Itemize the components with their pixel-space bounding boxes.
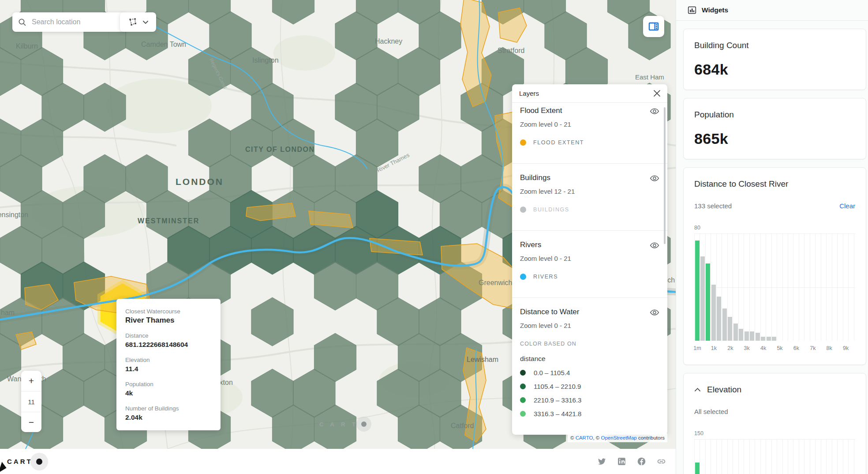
attribution-text: , © [593,435,601,440]
layers-panel-title: Layers [519,90,539,97]
widget-title: Elevation [707,385,741,395]
scale-range-label: 0.0 – 1105.4 [534,369,570,376]
osm-attribution-link[interactable]: OpenStreetMap [601,435,637,440]
layer-legend-row: FLOOD EXTENT [520,139,659,146]
histogram-bar[interactable] [761,337,765,341]
eye-icon[interactable] [650,308,659,317]
widgets-header: Widgets [676,0,868,21]
sidebar-title: Widgets [702,6,728,14]
scale-color-dot [520,397,526,403]
facebook-icon[interactable] [637,457,646,466]
clear-selection-link[interactable]: Clear [839,202,855,210]
park-area [273,35,335,71]
legend-label: RIVERS [533,274,558,280]
zoom-control: + 11 − [21,371,41,432]
y-axis-max-label: 80 [694,225,855,231]
x-tick-label: 8k [827,345,832,351]
color-based-on-label: COLOR BASED ON [520,341,659,347]
tooltip-row: Elevation11.4 [125,356,212,374]
legend-color-dot [520,207,526,213]
color-scale-row: 0.0 – 1105.4 [520,369,659,376]
selection-count: All selected [694,408,728,415]
map-canvas[interactable]: KilburnCamden TownIslingtonHackneyStratf… [0,0,676,474]
panel-scrollbar[interactable] [664,107,666,244]
linkedin-icon[interactable] [617,457,626,466]
zoom-in-button[interactable]: + [21,371,41,391]
toggle-side-panel-button[interactable] [643,16,664,37]
eye-icon[interactable] [650,106,659,116]
carto-logo-dot-halo [30,453,48,470]
histogram-bar[interactable] [700,256,705,341]
carto-attribution-link[interactable]: CARTO [576,435,593,440]
watermark-dot-halo [356,417,371,432]
tooltip-row: Closest WatercourseRiver Thames [125,308,212,325]
scale-color-dot [520,370,526,376]
layer-zoom-range: Zoom level 0 - 21 [520,255,659,262]
tooltip-value: River Thames [125,316,212,325]
histogram-bar[interactable] [711,285,716,341]
histogram-bar[interactable] [772,337,776,341]
footer-bar: CART [0,449,676,474]
close-icon[interactable] [654,90,660,97]
map-tooltip: Closest WatercourseRiver ThamesDistance6… [116,299,221,430]
draw-polygon-tool[interactable] [120,12,156,32]
x-tick-label: 5k [777,345,782,351]
carto-logo[interactable]: CART [7,453,48,470]
widgets-icon [688,6,696,15]
collapse-chevron-icon[interactable] [694,387,701,392]
x-tick-label: 9k [843,345,849,351]
widget-distance-to-closest-river: Distance to Closest River 133 selectedCl… [683,167,866,365]
eye-icon[interactable] [650,173,659,183]
layer-section-buildings: BuildingsZoom level 12 - 21BUILDINGS [512,164,667,231]
y-axis-max-label: 150 [694,430,855,436]
panel-layout-icon [648,21,659,32]
watermark-dot [361,421,367,427]
histogram-bar[interactable] [722,308,727,341]
widget-population: Population865k [683,98,866,159]
widget-value: 865k [694,130,855,147]
tooltip-row: Distance681.1222668148604 [125,332,212,350]
histogram-bar[interactable] [733,324,738,341]
histogram-bar[interactable] [756,333,760,341]
carto-logo-dot [36,459,42,465]
carto-logo-text: CART [7,458,33,465]
carto-map-watermark: C A R T [319,417,371,432]
twitter-icon[interactable] [597,457,606,466]
layers-panel: Layers Flood ExtentZoom level 0 - 21FLOO… [512,84,667,435]
map-attribution: © CARTO, © OpenStreetMap contributors [568,433,667,442]
tooltip-value: 11.4 [125,364,212,374]
histogram-bar[interactable] [745,331,749,341]
search-icon [18,18,26,26]
x-tick-label: 7k [810,345,816,351]
histogram-bar[interactable] [717,297,721,341]
layer-zoom-range: Zoom level 0 - 21 [520,120,659,128]
zoom-out-button[interactable]: − [21,412,41,432]
layer-name: Buildings [520,173,550,182]
x-tick-label: 2k [727,345,733,351]
x-tick-label: 6k [793,345,799,351]
link-icon[interactable] [657,457,666,466]
histogram-bar[interactable] [695,241,700,341]
histogram-bar[interactable] [750,331,754,341]
legend-label: BUILDINGS [533,207,569,213]
legend-color-dot [520,274,526,280]
attribution-text: © [570,435,576,440]
scale-range-label: 3316.3 – 4421.8 [534,410,581,418]
layer-name: Distance to Water [520,308,579,316]
histogram-bar[interactable] [767,337,771,341]
chevron-down-icon [143,20,148,24]
tooltip-label: Elevation [125,356,212,364]
layer-legend-row: BUILDINGS [520,207,659,213]
search-input[interactable] [31,18,108,26]
histogram-bar[interactable] [706,263,710,341]
x-tick-label: 3k [744,345,750,351]
histogram-bar[interactable] [728,317,732,341]
x-tick-label: 1m [693,345,701,351]
color-attribute: distance [520,355,659,363]
legend-label: FLOOD EXTENT [533,139,584,146]
histogram-bar[interactable] [739,329,743,341]
histogram-bar[interactable] [695,463,700,474]
tooltip-value: 2.04k [125,413,212,422]
zoom-level: 11 [21,391,41,412]
eye-icon[interactable] [650,241,659,250]
